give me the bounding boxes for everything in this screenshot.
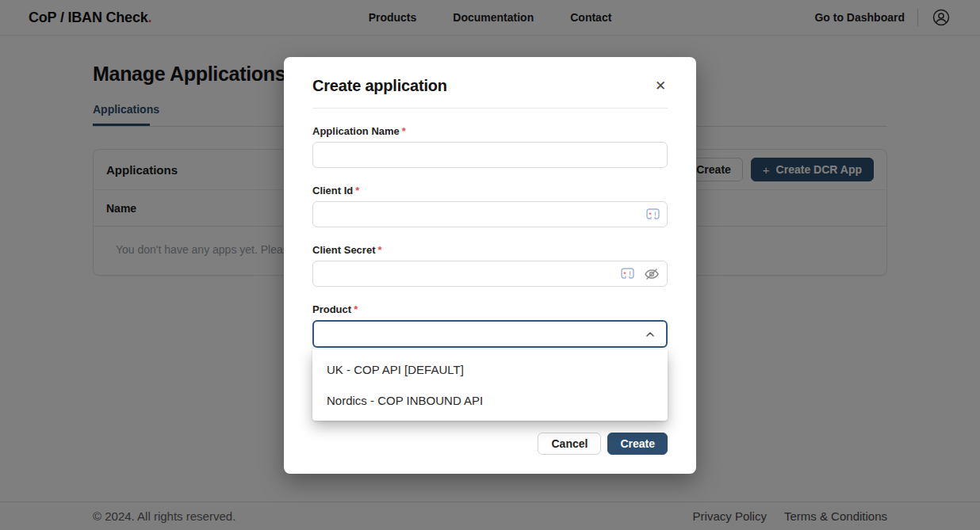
chevron-up-icon	[644, 328, 657, 341]
label-text: Client Secret	[312, 244, 375, 256]
application-name-input[interactable]	[312, 142, 668, 168]
modal-footer: Cancel Create	[538, 433, 668, 455]
svg-text:*: *	[623, 270, 626, 278]
password-manager-autofill-icon[interactable]: *	[646, 208, 660, 220]
required-asterisk: *	[402, 125, 406, 137]
option-nordics-cop-inbound-api[interactable]: Nordics - COP INBOUND API	[312, 389, 668, 412]
client-secret-input[interactable]	[312, 261, 668, 287]
field-client-secret: Client Secret* *	[312, 244, 668, 287]
product-options-dropdown: UK - COP API [DEFAULT] Nordics - COP INB…	[312, 349, 668, 421]
toggle-visibility-eye-slash-icon[interactable]	[644, 268, 660, 280]
field-application-name: Application Name*	[312, 125, 668, 168]
client-id-input[interactable]	[312, 201, 668, 227]
modal-create-button[interactable]: Create	[607, 433, 668, 455]
application-name-label: Application Name*	[312, 125, 668, 137]
field-product: Product* UK - COP API [DEFAULT] Nordics …	[312, 303, 668, 348]
label-text: Client Id	[312, 185, 353, 196]
create-application-modal: Create application ✕ Application Name* C…	[284, 57, 696, 474]
close-icon[interactable]: ✕	[652, 78, 669, 95]
password-manager-autofill-icon[interactable]: *	[621, 268, 634, 280]
product-select[interactable]	[312, 320, 668, 348]
required-asterisk: *	[355, 185, 359, 196]
modal-body: Application Name* Client Id* *	[284, 125, 696, 348]
modal-title: Create application	[312, 74, 668, 97]
required-asterisk: *	[354, 303, 358, 315]
label-text: Product	[312, 303, 351, 315]
cancel-button[interactable]: Cancel	[538, 433, 601, 455]
modal-header-divider	[312, 108, 668, 109]
label-text: Application Name	[312, 125, 400, 137]
option-uk-cop-api[interactable]: UK - COP API [DEFAULT]	[312, 358, 668, 381]
client-id-label: Client Id*	[312, 185, 668, 196]
product-label: Product*	[312, 303, 668, 315]
modal-header: Create application ✕	[284, 57, 696, 108]
client-secret-label: Client Secret*	[312, 244, 668, 256]
svg-text:*: *	[649, 211, 652, 219]
required-asterisk: *	[377, 244, 381, 256]
field-client-id: Client Id* *	[312, 185, 668, 227]
